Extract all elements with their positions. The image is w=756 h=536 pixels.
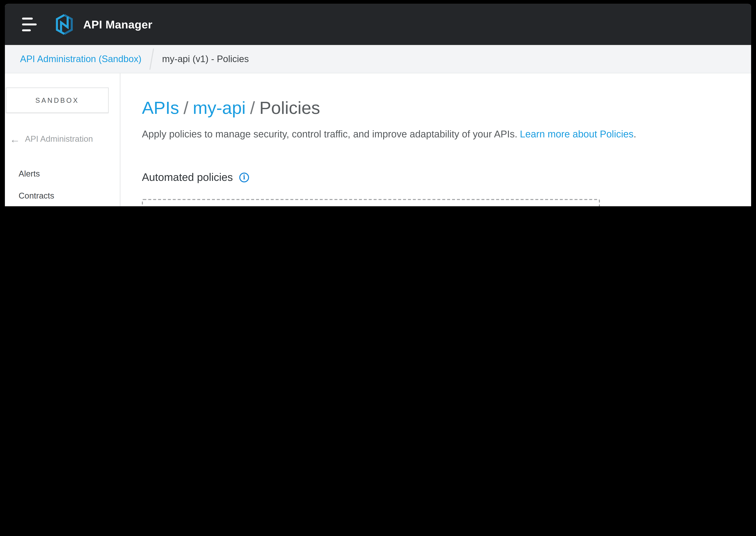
- topbar: API Manager: [5, 4, 751, 45]
- hamburger-bar: [22, 23, 37, 25]
- screenshot-frame: API Manager API Administration (Sandbox)…: [0, 0, 756, 206]
- back-to-api-administration[interactable]: ← API Administration: [10, 134, 93, 144]
- sidebar-nav: Alerts Contracts Policies SLA Tiers Sett…: [5, 163, 120, 206]
- page-title: APIs/my-api/Policies: [142, 98, 320, 118]
- anypoint-logo-icon: [55, 14, 73, 35]
- hamburger-bar: [22, 29, 31, 31]
- info-icon[interactable]: i: [239, 173, 249, 183]
- main-panel: APIs/my-api/Policies Apply policies to m…: [120, 73, 751, 206]
- breadcrumb-current: my-api (v1) - Policies: [162, 53, 249, 64]
- sidebar-item-contracts[interactable]: Contracts: [5, 185, 120, 206]
- environment-selector-button[interactable]: SANDBOX: [6, 87, 109, 113]
- automated-policies-heading-text: Automated policies: [142, 171, 233, 184]
- app-title: API Manager: [83, 18, 153, 31]
- description-text: Apply policies to manage security, contr…: [142, 128, 517, 139]
- title-separator: /: [183, 98, 188, 118]
- title-link-my-api[interactable]: my-api: [193, 98, 246, 118]
- title-separator: /: [250, 98, 255, 118]
- title-link-apis[interactable]: APIs: [142, 98, 179, 118]
- title-current-policies: Policies: [259, 98, 320, 118]
- back-label: API Administration: [25, 134, 93, 144]
- page-description: Apply policies to manage security, contr…: [142, 127, 636, 141]
- breadcrumb: API Administration (Sandbox) my-api (v1)…: [5, 45, 751, 73]
- sidebar: SANDBOX ← API Administration Alerts Cont…: [5, 73, 120, 206]
- description-period: .: [633, 128, 636, 139]
- back-arrow-icon: ←: [10, 134, 20, 144]
- sidebar-item-alerts[interactable]: Alerts: [5, 163, 120, 185]
- automated-policies-heading: Automated policies i: [142, 171, 249, 184]
- hamburger-bar: [22, 18, 33, 19]
- content-area: SANDBOX ← API Administration Alerts Cont…: [5, 73, 751, 206]
- learn-more-link[interactable]: Learn more about Policies: [520, 128, 633, 139]
- hamburger-menu-button[interactable]: [22, 18, 37, 31]
- breadcrumb-link-api-administration[interactable]: API Administration (Sandbox): [15, 53, 147, 64]
- automated-policies-empty-box: No automated policies applied: [142, 199, 600, 206]
- breadcrumb-separator-icon: [149, 48, 154, 69]
- app-window: API Manager API Administration (Sandbox)…: [5, 4, 751, 206]
